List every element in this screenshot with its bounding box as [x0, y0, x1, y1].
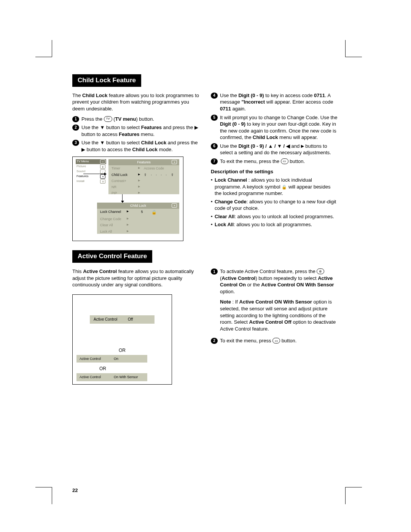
lock-icon: 🔒 [151, 209, 157, 215]
exit-button-icon: ▭ [272, 338, 280, 343]
step-number-icon: 5 [211, 115, 218, 121]
step-number-icon: 6 [211, 143, 218, 149]
tv-menu-button-icon: TV [104, 116, 112, 122]
or-label: OR [76, 366, 168, 372]
active-control-strip-sensor: Active ControlOn With Sensor [76, 373, 147, 381]
section-title-child-lock: Child Lock Feature [72, 74, 141, 87]
picture-icon: ◐ [100, 165, 105, 169]
step-2: 2 Use the ▼ button to select Features an… [72, 124, 200, 137]
settings-description-heading: Description of the settings [211, 168, 339, 175]
active-control-button-icon: ✲ [317, 268, 324, 274]
step-1: 1 To activate Active Control feature, pr… [211, 268, 339, 295]
main-menu-panel: TV Menu▭ Picture◐ Sound♪ Features✦ Insta… [76, 159, 106, 184]
intro-text: The Child Lock feature allows you to loc… [72, 92, 200, 112]
section1-left-col: The Child Lock feature allows you to loc… [72, 92, 200, 241]
active-control-screen: Active ControlOff OR Active ControlOn OR… [72, 294, 172, 385]
setting-clear-all: • Clear All: allows you to unlock all lo… [211, 213, 339, 220]
menu-diagram: TV Menu▭ Picture◐ Sound♪ Features✦ Insta… [72, 157, 183, 241]
intro-text: This Active Control feature allows you t… [72, 268, 200, 288]
tv-icon: ▭ [100, 160, 105, 164]
step-number-icon: 2 [211, 338, 218, 344]
setting-lock-channel: • Lock Channel : allows you to lock indi… [211, 177, 339, 197]
crop-mark [35, 57, 52, 57]
child-lock-panel: Child Lock✦ Lock Channel▶5🔒 Change Code▶… [97, 203, 179, 234]
section2-columns: This Active Control feature allows you t… [72, 268, 339, 384]
section-title-active-control: Active Control Feature [72, 250, 152, 263]
section2-right-col: 1 To activate Active Control feature, pr… [211, 268, 339, 384]
crop-mark [345, 40, 346, 57]
features-icon: ✦ [172, 203, 177, 208]
install-icon: ⚙ [100, 179, 105, 184]
crop-mark [52, 40, 52, 57]
step-7: 7 To exit the menu, press the ▭ button. [211, 158, 339, 165]
note-text: Note : If Active Control ON With Sensor … [220, 299, 339, 332]
crop-mark [52, 487, 52, 504]
step-6: 6 Use the Digit (0 - 9) / ▲ / ▼ / ◀ and … [211, 143, 339, 156]
active-control-strip-on: Active ControlOn [76, 355, 147, 363]
step-number-icon: 1 [72, 116, 79, 122]
or-label: OR [73, 347, 172, 353]
step-number-icon: 3 [72, 140, 79, 146]
crop-mark [35, 487, 52, 487]
features-icon: ✦ [172, 160, 177, 164]
features-panel: Features✦ Timer▶Access Code Child Lock▶⇧… [108, 159, 179, 194]
connector-arrow-right-icon [83, 174, 106, 174]
section1-columns: The Child Lock feature allows you to loc… [72, 92, 339, 241]
step-number-icon: 4 [211, 93, 218, 99]
connector-arrow-down-icon [122, 194, 123, 203]
crop-mark [345, 487, 346, 504]
step-1: 1 Press the TV (TV menu) button. [72, 116, 200, 123]
step-number-icon: 1 [211, 268, 218, 275]
step-3: 3 Use the ▼ button to select Child Lock … [72, 139, 200, 153]
step-number-icon: 2 [72, 125, 79, 131]
crop-mark [345, 57, 362, 57]
setting-lock-all: • Lock All: allows you to lock all progr… [211, 221, 339, 228]
exit-button-icon: ▭ [281, 158, 288, 164]
active-control-strip-off: Active ControlOff [90, 315, 155, 324]
step-2: 2 To exit the menu, press ▭ button. [211, 337, 339, 344]
step-5: 5 It will prompt you to change to Change… [211, 114, 339, 141]
step-4: 4 Use the Digit (0 - 9) to key in access… [211, 92, 339, 112]
step-number-icon: 7 [211, 158, 218, 165]
section1-right-col: 4 Use the Digit (0 - 9) to key in access… [211, 92, 339, 241]
lock-icon: 🔒 [282, 185, 287, 189]
setting-change-code: • Change Code: allows you to change to a… [211, 198, 339, 212]
manual-page: Child Lock Feature The Child Lock featur… [0, 0, 411, 532]
page-number: 22 [72, 487, 78, 494]
crop-mark [345, 487, 362, 487]
section2-left-col: This Active Control feature allows you t… [72, 268, 200, 384]
